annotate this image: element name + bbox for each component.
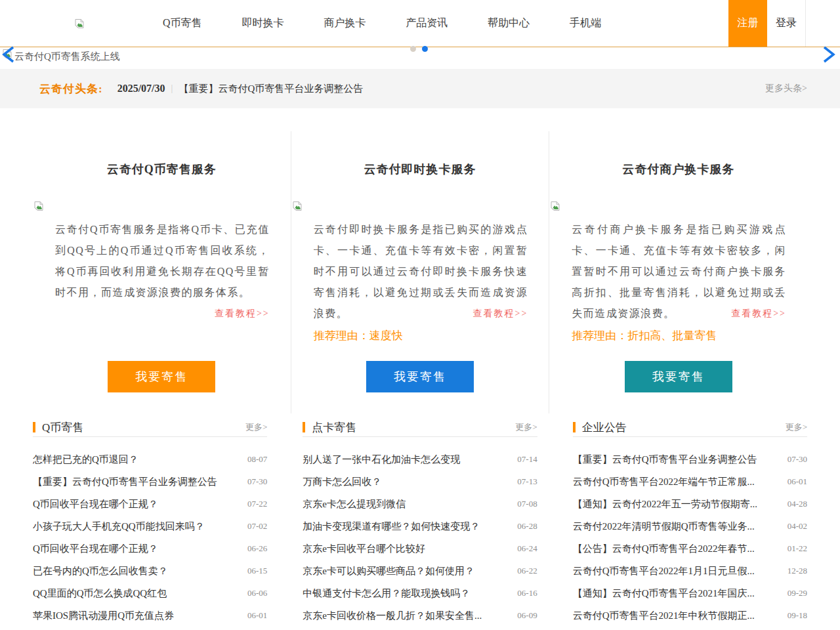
news-item[interactable]: 京东e卡回收价格一般几折？如果安全售... 06-09: [303, 604, 537, 627]
logo-broken-image-icon[interactable]: [74, 18, 85, 29]
column-more-link[interactable]: 更多>: [515, 421, 537, 433]
news-item[interactable]: 中银通支付卡怎么用？能取现换钱吗？ 06-16: [303, 582, 537, 604]
news-item-date: 06-22: [517, 566, 537, 576]
news-item-title[interactable]: 京东e卡怎么提现到微信: [303, 498, 508, 511]
service-reason: 推荐理由：速度快: [314, 326, 528, 346]
news-item[interactable]: 怎样把已充的Q币退回？ 08-07: [33, 448, 267, 471]
news-item[interactable]: 【重要】云奇付Q币寄售平台业务调整公告 07-30: [33, 471, 267, 493]
services-section: 云奇付Q币寄售服务 云奇付Q币寄售服务是指将Q币卡、已充值到QQ号上的Q币通过Q…: [33, 131, 807, 413]
carousel-next-button chevron-right-icon[interactable]: [821, 45, 837, 64]
news-item-title[interactable]: 加油卡变现渠道有哪些？如何快速变现？: [303, 520, 508, 533]
news-item[interactable]: 京东e卡可以购买哪些商品？如何使用？ 06-22: [303, 560, 537, 582]
news-item[interactable]: 京东e卡怎么提现到微信 07-08: [303, 493, 537, 515]
news-item-title[interactable]: 【通知】云奇付Q币寄售平台2021年国庆...: [573, 587, 778, 600]
news-item[interactable]: 加油卡变现渠道有哪些？如何快速变现？ 06-28: [303, 515, 537, 537]
column-header: 企业公告 更多>: [573, 427, 807, 437]
news-item[interactable]: 京东e卡回收平台哪个比较好 06-24: [303, 537, 537, 560]
nav-item-merchant-card[interactable]: 商户换卡: [324, 16, 366, 30]
news-item-date: 08-07: [247, 454, 267, 465]
news-item-date: 04-28: [788, 499, 807, 509]
tutorial-link[interactable]: 查看教程>>: [728, 303, 786, 324]
news-item-title[interactable]: 已在号内的Q币怎么回收售卖？: [33, 565, 238, 578]
carousel-dot-active[interactable]: [422, 46, 428, 52]
news-item[interactable]: 云奇付Q币寄售平台2021年中秋节假期正... 09-18: [573, 604, 807, 627]
nav-item-instant-card[interactable]: 即时换卡: [242, 16, 284, 30]
news-item[interactable]: 已在号内的Q币怎么回收售卖？ 06-15: [33, 560, 267, 582]
column-title: 点卡寄售: [312, 420, 356, 435]
consign-button[interactable]: 我要寄售: [108, 361, 215, 392]
news-item-title[interactable]: 小孩子玩大人手机充QQ币能找回来吗？: [33, 520, 238, 533]
register-button[interactable]: 注册: [728, 0, 767, 47]
news-item-title[interactable]: 中银通支付卡怎么用？能取现换钱吗？: [303, 587, 508, 600]
service-description: 云奇付即时换卡服务是指已购买的游戏点卡、一卡通、充值卡等有效卡密，闲置暂时不用可…: [314, 219, 528, 326]
news-item[interactable]: 苹果IOS腾讯动漫用Q币充值点券 06-01: [33, 604, 267, 627]
tutorial-link[interactable]: 查看教程>>: [212, 303, 270, 324]
news-item-title[interactable]: 【重要】云奇付Q币寄售平台业务调整公告: [573, 453, 778, 466]
nav-item-help-center[interactable]: 帮助中心: [488, 16, 530, 30]
service-title: 云奇付Q币寄售服务: [33, 161, 291, 177]
news-item-title[interactable]: 云奇付Q币寄售平台2022年端午节正常服...: [573, 476, 778, 488]
carousel-dot[interactable]: [410, 46, 416, 52]
news-item-date: 09-29: [788, 588, 807, 598]
news-item-title[interactable]: 【重要】云奇付Q币寄售平台业务调整公告: [33, 476, 238, 488]
news-item-date: 06-24: [517, 543, 537, 554]
news-item[interactable]: 【通知】云奇付2022年五一劳动节假期寄... 04-28: [573, 493, 807, 515]
headline-title-link[interactable]: 【重要】云奇付Q币寄售平台业务调整公告: [178, 83, 363, 95]
column-more-link[interactable]: 更多>: [245, 421, 267, 433]
news-item[interactable]: 【公告】云奇付Q币寄售平台2022年春节... 01-22: [573, 537, 807, 560]
news-item[interactable]: 别人送了一张中石化加油卡怎么变现 07-14: [303, 448, 537, 471]
consign-button[interactable]: 我要寄售: [625, 361, 732, 392]
news-item-date: 06-16: [517, 588, 537, 598]
news-item-title[interactable]: 云奇付Q币寄售平台2022年1月1日元旦假...: [573, 565, 778, 578]
headline-label: 云奇付头条:: [39, 81, 103, 96]
news-item-title[interactable]: 【通知】云奇付2022年五一劳动节假期寄...: [573, 498, 778, 511]
news-item-title[interactable]: 京东e卡回收平台哪个比较好: [303, 543, 508, 555]
news-item[interactable]: 万商卡怎么回收？ 07-13: [303, 471, 537, 493]
news-item[interactable]: QQ里面的Q币怎么换成QQ红包 06-06: [33, 582, 267, 604]
news-item-title[interactable]: 【公告】云奇付Q币寄售平台2022年春节...: [573, 543, 778, 555]
news-item-title[interactable]: 云奇付2022年清明节假期Q币寄售等业务...: [573, 520, 778, 533]
news-item[interactable]: 小孩子玩大人手机充QQ币能找回来吗？ 07-02: [33, 515, 267, 537]
news-item[interactable]: 【重要】云奇付Q币寄售平台业务调整公告 07-30: [573, 448, 807, 471]
more-headlines-link[interactable]: 更多头条>: [765, 83, 807, 94]
news-item-title[interactable]: 京东e卡回收价格一般几折？如果安全售...: [303, 610, 508, 622]
nav-item-mobile[interactable]: 手机端: [570, 16, 601, 30]
news-item-date: 09-18: [788, 610, 807, 621]
news-item-title[interactable]: 京东e卡可以购买哪些商品？如何使用？: [303, 565, 508, 578]
consign-button[interactable]: 我要寄售: [366, 361, 474, 392]
news-item-title[interactable]: 怎样把已充的Q币退回？: [33, 453, 238, 466]
news-item-title[interactable]: 万商卡怎么回收？: [303, 476, 508, 488]
news-item-date: 07-02: [247, 521, 267, 532]
news-item-date: 06-06: [247, 588, 267, 598]
news-section: Q币寄售 更多> 怎样把已充的Q币退回？ 08-07 【重要】云奇付Q币寄售平台…: [33, 427, 807, 627]
column-title: Q币寄售: [42, 420, 83, 435]
news-item-date: 04-02: [788, 521, 807, 532]
news-item-title[interactable]: Q币回收平台现在哪个正规？: [33, 543, 238, 555]
news-item-title[interactable]: Q币回收平台现在哪个正规？: [33, 498, 238, 511]
news-item-title[interactable]: 云奇付Q币寄售平台2021年中秋节假期正...: [573, 610, 778, 622]
news-item-title[interactable]: QQ里面的Q币怎么换成QQ红包: [33, 587, 238, 600]
nav-item-qb-consign[interactable]: Q币寄售: [163, 16, 202, 30]
news-item-title[interactable]: 苹果IOS腾讯动漫用Q币充值点券: [33, 610, 238, 622]
column-more-link[interactable]: 更多>: [786, 421, 807, 433]
headline-date: 2025/07/30: [117, 83, 165, 94]
news-item[interactable]: 云奇付2022年清明节假期Q币寄售等业务... 04-02: [573, 515, 807, 537]
news-item[interactable]: Q币回收平台现在哪个正规？ 06-26: [33, 537, 267, 560]
service-description: 云奇付Q币寄售服务是指将Q币卡、已充值到QQ号上的Q币通过Q币寄售回收系统，将Q…: [55, 219, 270, 326]
service-broken-image-icon: [292, 201, 303, 211]
news-list: 怎样把已充的Q币退回？ 08-07 【重要】云奇付Q币寄售平台业务调整公告 07…: [33, 448, 267, 627]
news-item[interactable]: 云奇付Q币寄售平台2022年端午节正常服... 06-01: [573, 471, 807, 493]
tutorial-link[interactable]: 查看教程>>: [471, 303, 528, 324]
service-card-merchant-card: 云奇付商户换卡服务 云奇付商户换卡服务是指已购买游戏点卡、一卡通、充值卡等有效卡…: [549, 131, 807, 413]
nav-item-product-news[interactable]: 产品资讯: [406, 16, 448, 30]
login-button[interactable]: 登录: [767, 0, 806, 47]
news-column-announcements: 企业公告 更多> 【重要】云奇付Q币寄售平台业务调整公告 07-30 云奇付Q币…: [573, 427, 807, 627]
carousel-prev-button chevron-left-icon[interactable]: [1, 45, 16, 64]
news-item-date: 07-22: [247, 499, 267, 509]
news-item-title[interactable]: 别人送了一张中石化加油卡怎么变现: [303, 453, 508, 466]
news-item[interactable]: Q币回收平台现在哪个正规？ 07-22: [33, 493, 267, 515]
news-item[interactable]: 云奇付Q币寄售平台2022年1月1日元旦假... 12-28: [573, 560, 807, 582]
news-item[interactable]: 【通知】云奇付Q币寄售平台2021年国庆... 09-29: [573, 582, 807, 604]
service-card-instant-card: 云奇付即时换卡服务 云奇付即时换卡服务是指已购买的游戏点卡、一卡通、充值卡等有效…: [291, 131, 549, 413]
news-list: 【重要】云奇付Q币寄售平台业务调整公告 07-30 云奇付Q币寄售平台2022年…: [573, 448, 807, 627]
